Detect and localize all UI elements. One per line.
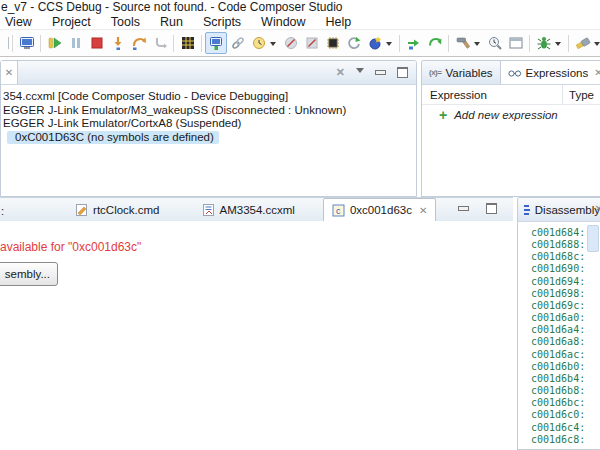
show-debug-view-icon: [208, 35, 224, 51]
run-free-button[interactable]: [424, 33, 445, 54]
resume-icon: [47, 35, 63, 51]
terminate-button[interactable]: [86, 33, 107, 54]
editor-tab-bar: : rtcClock.cmd AM3354.ccxml c 0xc001d63c…: [0, 197, 513, 221]
disassembly-address-row: c001d6ac:: [518, 349, 600, 361]
menu-item-run[interactable]: Run: [150, 15, 193, 29]
debug-config-button[interactable]: [533, 33, 554, 54]
menu-item-window[interactable]: Window: [251, 15, 315, 29]
step-return-button[interactable]: [149, 33, 170, 54]
disassembly-address-row: c001d6b8:: [518, 385, 600, 397]
pause-button[interactable]: [65, 33, 86, 54]
registers-button[interactable]: [177, 33, 198, 54]
toolbar-separator: [173, 35, 174, 52]
scrollbar-thumb[interactable]: [587, 225, 599, 252]
disassembly-address-row: c001d6c8:: [518, 434, 600, 446]
debug-tree-item[interactable]: EGGER J-Link Emulator/CortxA8 (Suspended…: [1, 117, 416, 131]
c-file-icon: c: [332, 204, 345, 217]
flashlight-search-button[interactable]: [572, 33, 593, 54]
save-button[interactable]: [0, 33, 9, 54]
run-free-icon: [427, 35, 443, 51]
truncated-tab-fragment[interactable]: :: [0, 205, 5, 221]
no-source-message: available for "0xc001d63c": [0, 240, 141, 254]
plus-icon: +: [439, 108, 447, 122]
editor-content: available for "0xc001d63c" sembly...: [0, 221, 513, 450]
tab-expressions[interactable]: Expressions ✕: [500, 61, 600, 84]
debug-view-panel: ✕ ✕ 354.ccxml [Code Composer Studio - De…: [0, 60, 417, 197]
profile-clock-button[interactable]: [484, 33, 505, 54]
flash-dropdown[interactable]: [386, 42, 392, 49]
trace-disabled2-button[interactable]: [301, 33, 322, 54]
menu-item-view[interactable]: View: [0, 15, 42, 29]
menu-item-tools[interactable]: Tools: [101, 15, 150, 29]
close-icon[interactable]: ✕: [594, 67, 600, 78]
step-over-button[interactable]: [128, 33, 149, 54]
step-clock-icon: [406, 35, 422, 51]
add-expression-label: Add new expression: [454, 109, 558, 121]
disassembly-address-row: c001d694:: [518, 276, 600, 288]
flash-target-button[interactable]: [364, 33, 385, 54]
registers-grid-icon: [180, 35, 196, 51]
build-dropdown[interactable]: [474, 42, 480, 49]
tab-am3354-ccxml[interactable]: AM3354.ccxml: [194, 199, 303, 221]
screen-button[interactable]: [505, 33, 526, 54]
pause-icon: [68, 35, 84, 51]
tab-0xc001d63c[interactable]: c 0xc001d63c ✕: [323, 198, 436, 221]
menu-item-scripts[interactable]: Scripts: [193, 15, 251, 29]
menu-item-help[interactable]: Help: [316, 15, 362, 29]
console-button[interactable]: [16, 33, 37, 54]
disassembly-title: Disassembly: [535, 204, 600, 216]
close-icon[interactable]: ✕: [419, 205, 427, 216]
debug-tree-item[interactable]: EGGER J-Link Emulator/M3_wakeupSS (Disco…: [1, 104, 416, 118]
close-icon[interactable]: ✕: [5, 67, 13, 78]
debug-config-dropdown[interactable]: [555, 42, 561, 49]
step-into-button[interactable]: [107, 33, 128, 54]
menu-item-project[interactable]: Project: [42, 15, 101, 29]
column-expression[interactable]: Expression: [422, 89, 487, 101]
disassembly-content: c001d684:c001d688:c001d68c:c001d690:c001…: [518, 222, 600, 449]
maximize-icon[interactable]: [486, 203, 497, 214]
view-disassembly-button[interactable]: sembly...: [0, 262, 58, 286]
view-menu-icon[interactable]: [356, 68, 364, 77]
show-debug-view-toggle[interactable]: [205, 32, 227, 54]
glasses-icon: [508, 68, 522, 78]
tab-rtcclock-cmd[interactable]: rtcClock.cmd: [67, 199, 167, 221]
toolbar-separator: [529, 35, 530, 52]
maximize-icon[interactable]: [397, 67, 408, 78]
toolbar-separator: [568, 35, 569, 52]
step-clock-button[interactable]: [403, 33, 424, 54]
close-icon[interactable]: ✕: [595, 203, 600, 214]
svg-text:c: c: [336, 206, 341, 216]
reset-button[interactable]: [343, 33, 364, 54]
connect-chip-button[interactable]: [322, 33, 343, 54]
disassembly-address-row: c001d6c4:: [518, 422, 600, 434]
debug-tree-item[interactable]: 354.ccxml [Code Composer Studio - Device…: [1, 90, 416, 104]
resume-button[interactable]: [44, 33, 65, 54]
disconnect-icon[interactable]: ✕: [336, 66, 345, 79]
minimize-icon[interactable]: [375, 70, 386, 75]
debug-config-icon: [536, 35, 552, 51]
debug-tab-stub[interactable]: ✕: [1, 61, 18, 84]
tab-label: AM3354.ccxml: [220, 204, 295, 216]
expressions-panel: (x)= Variables Expressions ✕ 10100101 Ex…: [421, 60, 600, 197]
disassembly-header: Disassembly ✕: [518, 198, 600, 222]
add-new-expression-row[interactable]: + Add new expression: [422, 105, 600, 124]
trace-disabled-button[interactable]: [280, 33, 301, 54]
editor-area: : rtcClock.cmd AM3354.ccxml c 0xc001d63c…: [0, 197, 513, 450]
disabled-trace2-icon: [304, 35, 320, 51]
restore-clock-button[interactable]: [248, 33, 269, 54]
restore-dropdown[interactable]: [270, 42, 276, 49]
flashlight-search-icon: [575, 35, 591, 51]
tab-variables-label: Variables: [445, 67, 492, 79]
ccxml-file-icon: [202, 203, 215, 217]
save-icon: [0, 35, 9, 51]
toolbar-separator: [40, 35, 41, 52]
console-icon: [19, 35, 35, 51]
link-button[interactable]: [227, 33, 248, 54]
debug-tree-item[interactable]: 0xC001D63C (no symbols are defined): [1, 131, 416, 145]
flashlight-dropdown[interactable]: [594, 42, 600, 49]
expressions-column-headers: Expression Type: [422, 85, 600, 105]
minimize-icon[interactable]: [458, 206, 469, 211]
column-type[interactable]: Type: [562, 85, 594, 104]
build-button[interactable]: [452, 33, 473, 54]
tab-variables[interactable]: (x)= Variables: [422, 61, 500, 84]
